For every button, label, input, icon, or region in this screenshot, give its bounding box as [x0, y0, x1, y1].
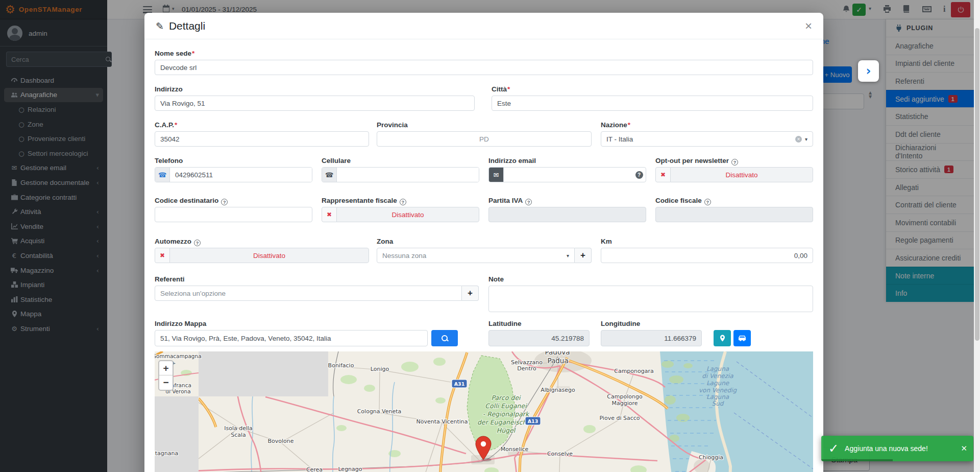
cellulare-input[interactable] — [337, 168, 479, 182]
modal-close-icon[interactable]: × — [805, 20, 812, 32]
modal-title: Dettagli — [169, 20, 205, 32]
map-label: afranca — [171, 382, 191, 388]
zoom-out-button[interactable]: − — [159, 375, 173, 390]
pencil-edit-icon: ✎ — [156, 20, 164, 32]
envelope-icon: ✉ — [489, 168, 504, 182]
question-circle-icon: ? — [635, 171, 643, 179]
success-toast: ✓ Aggiunta una nuova sede! ✕ — [821, 436, 973, 461]
water-label: Lagune — [706, 380, 730, 387]
optout-toggle[interactable]: ✖ Disattivato — [655, 167, 813, 182]
question-circle-icon[interactable]: ? — [221, 199, 228, 205]
field-label-codice-fiscale: Codice fiscale? — [655, 197, 711, 205]
map-label: Bonifacio — [328, 362, 354, 369]
park-label: Colli Euganei — [485, 402, 527, 410]
water-label: Laguna — [706, 393, 729, 400]
rappresentante-fiscale-state: Disattivato — [336, 207, 479, 222]
telefono-input[interactable] — [170, 168, 312, 182]
map-label: Maggiore — [611, 400, 638, 407]
map-label: Bovolone — [267, 438, 293, 444]
scrollbar-thumb[interactable] — [975, 28, 979, 341]
map-label: Cologna Veneta — [357, 408, 402, 415]
email-help[interactable]: ? — [632, 168, 646, 182]
map-label: Cerea — [306, 466, 323, 472]
provincia-input[interactable] — [377, 131, 592, 147]
field-label-codice-destinatario: Codice destinatario? — [155, 197, 228, 205]
question-circle-icon[interactable]: ? — [525, 199, 532, 205]
modal-header: ✎ Dettagli × — [144, 13, 823, 39]
scrollbar[interactable] — [974, 0, 980, 472]
add-referente-button[interactable]: + — [462, 286, 479, 301]
optout-state: Disattivato — [670, 167, 813, 182]
citta-input[interactable] — [492, 96, 813, 111]
details-modal: ✎ Dettagli × Nome sede* Indirizzo Città*… — [144, 13, 823, 472]
indirizzo-input[interactable] — [155, 96, 475, 111]
map-label: Chioggia — [699, 454, 723, 461]
zona-select[interactable]: Nessuna zona ▾ — [377, 248, 575, 263]
x-icon: ✖ — [155, 248, 169, 263]
leaflet-map[interactable]: Sommacampagna ✈ afranca di Verona Bonifa… — [155, 351, 813, 472]
map-zoom-control: + − — [158, 360, 174, 391]
caret-down-icon: ▾ — [567, 253, 569, 258]
map-marker-icon — [720, 335, 725, 342]
field-label-zona: Zona — [377, 238, 393, 245]
phone-icon: ☎ — [322, 168, 337, 182]
note-textarea[interactable] — [488, 286, 813, 312]
highway-shield-a13: A13 — [528, 418, 538, 424]
x-icon: ✖ — [322, 207, 336, 222]
clear-selection-icon[interactable]: × — [795, 136, 802, 143]
rappresentante-fiscale-toggle[interactable]: ✖ Disattivato — [322, 207, 479, 222]
partita-iva-input — [488, 207, 646, 222]
field-label-nazione: Nazione* — [601, 121, 630, 129]
field-label-latitudine: Latitudine — [488, 320, 522, 327]
longitudine-input — [601, 330, 702, 346]
locate-marker-button[interactable] — [714, 330, 731, 346]
field-label-indirizzo: Indirizzo — [155, 85, 183, 93]
field-label-nome-sede: Nome sede* — [155, 50, 194, 57]
field-label-referenti: Referenti — [155, 275, 185, 283]
add-zona-button[interactable]: + — [575, 248, 592, 263]
map-label: Monselice — [501, 446, 529, 453]
question-circle-icon[interactable]: ? — [194, 240, 201, 246]
map-label: Isola della — [224, 425, 253, 432]
telefono-group: ☎ — [155, 167, 312, 182]
codice-fiscale-input — [655, 207, 813, 222]
km-input[interactable] — [601, 248, 813, 263]
toast-close-icon[interactable]: ✕ — [961, 444, 967, 453]
map-label: Albignasego — [541, 387, 575, 393]
field-label-automezzo: Automezzo? — [155, 238, 201, 246]
referenti-select[interactable]: Seleziona un'opzione — [155, 286, 462, 301]
water-label: di Venezia — [702, 372, 733, 380]
caret-down-icon: ▾ — [805, 136, 807, 142]
route-car-button[interactable] — [733, 330, 751, 346]
map-label: ntagnana — [155, 450, 178, 457]
automezzo-toggle[interactable]: ✖ Disattivato — [155, 248, 369, 263]
map-label: Lonigo — [371, 366, 389, 372]
toast-progress-bar — [821, 459, 893, 461]
water-label: Sud — [712, 400, 724, 407]
map-label: Conselve — [547, 451, 573, 457]
geocode-search-button[interactable] — [431, 330, 458, 346]
question-circle-icon[interactable]: ? — [704, 199, 711, 205]
codice-destinatario-input[interactable] — [155, 207, 312, 222]
expand-panel-arrow-button[interactable]: › — [858, 60, 879, 82]
zoom-in-button[interactable]: + — [159, 361, 173, 375]
car-icon — [738, 335, 746, 341]
map-label: Camponogara — [614, 368, 654, 374]
cap-input[interactable] — [155, 131, 369, 147]
map-label: Legnago — [338, 466, 362, 472]
nazione-select[interactable]: IT - Italia × ▾ — [601, 131, 813, 147]
park-label: Parco dei — [491, 394, 521, 402]
question-circle-icon[interactable]: ? — [400, 199, 406, 205]
field-label-longitudine: Longitudine — [601, 320, 640, 327]
question-circle-icon[interactable]: ? — [731, 159, 738, 166]
email-input[interactable] — [504, 168, 632, 182]
indirizzo-mappa-input[interactable] — [155, 330, 428, 346]
map-label: Padua — [547, 357, 568, 365]
nome-sede-input[interactable] — [155, 60, 813, 75]
field-label-telefono: Telefono — [155, 157, 183, 164]
field-label-km: Km — [601, 238, 612, 245]
highway-shield-a31: A31 — [454, 381, 465, 387]
map-label: Padova — [545, 351, 570, 356]
field-label-rappresentante-fiscale: Rappresentante fiscale? — [322, 197, 406, 205]
water-label: Laguna — [706, 365, 729, 372]
